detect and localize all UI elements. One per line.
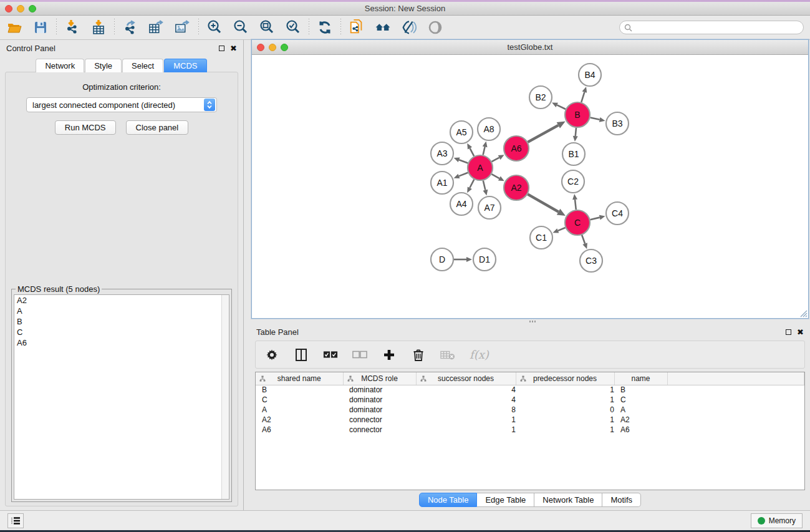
zoom-selected-icon[interactable]	[285, 19, 301, 36]
node-table[interactable]: shared nameMCDS rolesuccessor nodesprede…	[255, 372, 805, 490]
tab-network-table[interactable]: Network Table	[534, 493, 602, 507]
minimize-window-button[interactable]	[17, 5, 24, 12]
edge-B-B3[interactable]	[591, 117, 600, 119]
new-network-file-icon[interactable]	[349, 19, 365, 36]
cell-predecessor-nodes[interactable]: 0	[516, 405, 614, 415]
cell-successor-nodes[interactable]: 4	[416, 385, 516, 395]
zoom-out-icon[interactable]	[233, 19, 249, 36]
app-titlebar[interactable]: Session: New Session	[0, 2, 810, 16]
node-D1[interactable]: D1	[473, 248, 496, 271]
result-item[interactable]: A	[14, 306, 229, 316]
tab-network[interactable]: Network	[36, 59, 84, 72]
cell-name[interactable]: B	[614, 385, 667, 395]
tab-mcds[interactable]: MCDS	[164, 59, 206, 72]
cell-MCDS-role[interactable]: dominator	[343, 405, 416, 415]
cell-successor-nodes[interactable]: 8	[416, 405, 516, 415]
edge-A-A4[interactable]	[470, 180, 474, 188]
float-table-panel-icon[interactable]	[786, 329, 791, 335]
window-controls[interactable]	[5, 5, 36, 12]
edge-A6-B[interactable]	[528, 125, 558, 142]
table-settings-gear-icon[interactable]	[264, 347, 279, 362]
column-header-shared-name[interactable]: shared name	[256, 372, 343, 385]
node-B3[interactable]: B3	[606, 112, 629, 135]
node-B2[interactable]: B2	[529, 86, 552, 109]
result-item[interactable]: C	[14, 327, 229, 337]
delete-column-trash-icon[interactable]	[411, 347, 426, 362]
birds-eye-view-icon[interactable]	[427, 19, 443, 36]
node-B4[interactable]: B4	[579, 64, 601, 86]
memory-button[interactable]: Memory	[751, 513, 803, 528]
export-network-icon[interactable]	[122, 19, 138, 36]
edge-B-B1[interactable]	[576, 128, 576, 136]
run-mcds-button[interactable]: Run MCDS	[55, 120, 116, 135]
zoom-fit-icon[interactable]	[259, 19, 275, 36]
cell-MCDS-role[interactable]: dominator	[343, 385, 416, 395]
edge-A-A2[interactable]	[491, 174, 499, 178]
node-A6[interactable]: A6	[504, 136, 529, 161]
resize-grip-icon[interactable]	[799, 309, 808, 317]
tab-node-table[interactable]: Node Table	[419, 493, 478, 507]
node-C4[interactable]: C4	[606, 202, 629, 225]
export-image-icon[interactable]	[175, 19, 191, 36]
node-A7[interactable]: A7	[478, 196, 501, 219]
search-input[interactable]	[635, 22, 803, 33]
edge-C-C1[interactable]	[558, 228, 566, 231]
home-icon[interactable]	[375, 19, 391, 36]
network-view-window[interactable]: testGlobe.txt B4B2BB3A8A5A6A3B1AC2A1A2A4…	[251, 39, 809, 319]
network-graph[interactable]: B4B2BB3A8A5A6A3B1AC2A1A2A4A7C4CC1DD1C3	[252, 55, 808, 317]
cell-predecessor-nodes[interactable]: 1	[516, 385, 614, 395]
criterion-select[interactable]: largest connected component (directed)	[26, 97, 217, 112]
edge-C-C4[interactable]	[590, 218, 599, 220]
table-row[interactable]: Adominator80A	[256, 405, 804, 415]
column-header-MCDS-role[interactable]: MCDS role	[343, 372, 416, 385]
table-row[interactable]: A2connector11A2	[256, 415, 804, 425]
select-all-icon[interactable]	[323, 347, 338, 362]
cell-shared-name[interactable]: A2	[256, 415, 343, 425]
edge-A-A1[interactable]	[459, 173, 468, 177]
node-C1[interactable]: C1	[530, 226, 552, 249]
edge-B-B4[interactable]	[581, 92, 584, 102]
node-C3[interactable]: C3	[580, 249, 602, 272]
cell-successor-nodes[interactable]: 4	[416, 395, 516, 405]
edge-B-B2[interactable]	[557, 105, 566, 109]
tab-style[interactable]: Style	[85, 59, 122, 72]
delete-table-icon[interactable]	[440, 347, 455, 362]
result-item[interactable]: A2	[14, 295, 229, 306]
cell-shared-name[interactable]: A6	[256, 425, 343, 435]
close-panel-button[interactable]: Close panel	[126, 120, 189, 135]
cell-successor-nodes[interactable]: 1	[416, 415, 516, 425]
node-A5[interactable]: A5	[450, 121, 473, 143]
function-builder-icon[interactable]: f(x)	[470, 348, 489, 361]
table-row[interactable]: Cdominator41C	[256, 395, 804, 405]
network-close-button[interactable]	[257, 44, 264, 51]
edge-A-A5[interactable]	[470, 148, 475, 157]
table-row[interactable]: A6connector11A6	[256, 425, 804, 435]
cell-MCDS-role[interactable]: connector	[343, 425, 416, 435]
cell-predecessor-nodes[interactable]: 1	[516, 395, 614, 405]
network-minimize-button[interactable]	[269, 44, 276, 51]
cell-predecessor-nodes[interactable]: 1	[516, 415, 614, 425]
network-window-titlebar[interactable]: testGlobe.txt	[252, 40, 808, 55]
close-panel-icon[interactable]: ✖	[230, 46, 237, 51]
node-A4[interactable]: A4	[450, 193, 473, 215]
node-B[interactable]: B	[565, 102, 590, 127]
close-window-button[interactable]	[5, 5, 12, 12]
export-table-icon[interactable]	[148, 19, 165, 36]
cell-name[interactable]: A	[614, 405, 667, 415]
task-history-button[interactable]	[7, 513, 24, 528]
node-D[interactable]: D	[431, 248, 453, 271]
node-A1[interactable]: A1	[431, 172, 453, 194]
cell-MCDS-role[interactable]: connector	[343, 415, 416, 425]
network-canvas[interactable]: B4B2BB3A8A5A6A3B1AC2A1A2A4A7C4CC1DD1C3	[252, 55, 808, 318]
tab-select[interactable]: Select	[122, 59, 163, 72]
save-session-icon[interactable]	[32, 19, 49, 36]
cell-MCDS-role[interactable]: dominator	[343, 395, 416, 405]
zoom-window-button[interactable]	[29, 5, 36, 12]
mcds-result-list[interactable]: A2ABCA6	[14, 294, 229, 500]
horizontal-splitter[interactable]	[251, 319, 810, 324]
show-columns-icon[interactable]	[294, 347, 309, 362]
node-C2[interactable]: C2	[562, 170, 584, 193]
add-column-icon[interactable]	[382, 347, 397, 362]
node-A[interactable]: A	[468, 155, 493, 180]
edge-A-A3[interactable]	[459, 160, 468, 163]
